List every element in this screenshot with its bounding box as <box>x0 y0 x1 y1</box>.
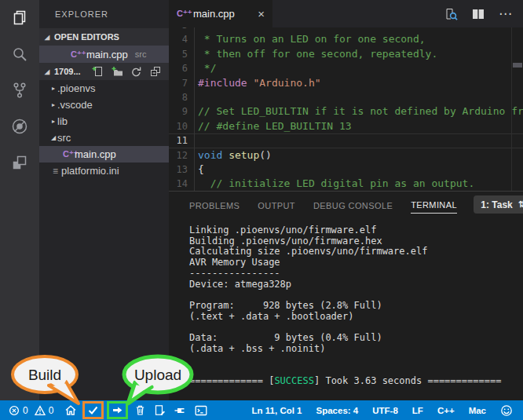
tree-item-label: platformio.ini <box>61 165 119 177</box>
scrollbar-thumb[interactable] <box>513 63 522 68</box>
explorer-sidebar: EXPLORER ◢ OPEN EDITORS C⁺⁺ main.cpp src… <box>39 0 169 400</box>
terminal-task-dropdown[interactable]: 1: Task ⇅ <box>474 195 523 214</box>
debug-disabled-icon[interactable] <box>0 108 39 144</box>
cpp-file-icon: C⁺⁺ <box>177 9 188 19</box>
code-line-14[interactable]: 14 // initialize LED digital pin as an o… <box>169 177 523 191</box>
language-mode[interactable]: C++ <box>437 406 455 415</box>
cursor-position[interactable]: Ln 11, Col 1 <box>252 406 302 415</box>
search-in-file-icon[interactable] <box>444 7 458 21</box>
gutter-separator <box>194 27 195 191</box>
terminal-line: ---------------- <box>189 268 523 279</box>
warning-icon[interactable] <box>35 400 46 420</box>
tree-item-label: .vscode <box>57 99 93 111</box>
updown-arrows-icon: ⇅ <box>518 199 523 210</box>
editor-actions: ⋯ <box>444 5 523 22</box>
error-icon[interactable] <box>9 400 20 420</box>
more-actions-icon[interactable]: ⋯ <box>499 5 513 22</box>
trash-icon[interactable] <box>134 400 146 420</box>
smiley-icon[interactable] <box>500 400 513 420</box>
chevron-expanded-icon: ◢ <box>49 134 57 141</box>
terminal-line: Program: 928 bytes (2.8% Full) <box>189 301 523 312</box>
code-line-12[interactable]: 12void setup() <box>169 148 523 163</box>
platform[interactable]: Mac <box>469 406 486 415</box>
panel-tabs: PROBLEMS OUTPUT DEBUG CONSOLE TERMINAL 1… <box>169 192 523 218</box>
eol[interactable]: LF <box>412 406 423 415</box>
terminal-line: (.data + .bss + .noinit) <box>189 344 523 355</box>
warning-count[interactable]: 0 <box>49 405 54 416</box>
terminal-line: AVR Memory Usage <box>189 257 523 268</box>
terminal-line <box>189 354 523 365</box>
terminal-line: Linking .pioenvs/uno/firmware.elf <box>189 225 523 236</box>
editor-scrollbar[interactable] <box>511 27 523 191</box>
search-icon[interactable] <box>0 36 39 72</box>
explorer-icon[interactable] <box>0 0 39 36</box>
success-badge: SUCCESS <box>274 375 314 386</box>
tab-terminal[interactable]: TERMINAL <box>411 196 457 214</box>
tab-main-cpp[interactable]: C⁺⁺ main.cpp × <box>169 0 272 27</box>
collapse-all-icon[interactable] <box>149 65 162 78</box>
sidebar-item-lib[interactable]: ▸lib <box>39 113 169 130</box>
split-editor-icon[interactable] <box>471 8 485 20</box>
refresh-icon[interactable] <box>130 66 142 78</box>
open-editors-header[interactable]: ◢ OPEN EDITORS <box>39 28 169 46</box>
error-count[interactable]: 0 <box>23 405 28 416</box>
folder-actions <box>91 65 169 78</box>
upload-arrow-icon[interactable] <box>107 401 128 419</box>
status-bar: 0 0 Ln 11, Col 1 Spaces: 4 UTF-8 LF C++ <box>0 400 523 420</box>
code-text: #include "Arduino.h" <box>198 76 321 90</box>
sidebar-item-pioenvs[interactable]: ▸.pioenvs <box>39 80 169 97</box>
code-text: */ <box>198 61 216 75</box>
build-check-icon[interactable] <box>82 401 104 419</box>
code-line-7[interactable]: 7#include "Arduino.h" <box>169 76 523 90</box>
terminal-line <box>189 322 523 333</box>
code-line-11[interactable]: 11 <box>169 133 523 148</box>
new-folder-icon[interactable] <box>111 65 123 78</box>
sidebar-item-vscode[interactable]: ▸.vscode <box>39 97 169 113</box>
tab-problems[interactable]: PROBLEMS <box>189 197 240 214</box>
terminal-output[interactable]: Linking .pioenvs/uno/firmware.elfBuildin… <box>169 218 523 387</box>
code-line-6[interactable]: 6 */ <box>169 61 523 75</box>
status-left: 0 0 <box>0 400 207 420</box>
terminal-line: (.text + .data + .bootloader) <box>189 312 523 323</box>
code-line-10[interactable]: 10// #define LED_BUILTIN 13 <box>169 119 523 133</box>
code-line-4[interactable]: 4 * Turns on an LED on for one second, <box>169 32 523 46</box>
open-editor-main-cpp[interactable]: C⁺⁺ main.cpp src <box>39 46 169 63</box>
status-right: Ln 11, Col 1 Spaces: 4 UTF-8 LF C++ Mac <box>252 400 523 420</box>
code-line-13[interactable]: 13{ <box>169 163 523 177</box>
sidebar-item-src[interactable]: ◢src <box>39 130 169 146</box>
extensions-icon[interactable] <box>0 144 39 181</box>
terminal-line: Building .pioenvs/uno/firmware.hex <box>189 236 523 247</box>
sidebar-item-main-cpp[interactable]: C⁺⁺main.cpp <box>39 146 169 163</box>
file-tree: ▸.pioenvs▸.vscode▸lib◢srcC⁺⁺main.cpp≡pla… <box>39 80 169 179</box>
sidebar-item-platformio-ini[interactable]: ≡platformio.ini <box>39 163 169 179</box>
terminal-line <box>189 290 523 301</box>
close-icon[interactable]: × <box>258 7 265 20</box>
home-icon[interactable] <box>64 400 77 420</box>
tab-debug-console[interactable]: DEBUG CONSOLE <box>313 197 393 214</box>
sidebar-title: EXPLORER <box>39 0 169 19</box>
indentation[interactable]: Spaces: 4 <box>316 406 359 415</box>
code-line-9[interactable]: 9// Set LED_BUILTIN if it is not defined… <box>169 104 523 119</box>
code-text: // initialize LED digital pin as an outp… <box>198 177 474 191</box>
terminal-line: Calculating size .pioenvs/uno/firmware.e… <box>189 247 523 257</box>
chevron-collapsed-icon: ▸ <box>49 118 57 125</box>
folder-section-header[interactable]: ◢ 1709... <box>39 63 169 80</box>
tasks-icon[interactable] <box>154 400 166 420</box>
new-file-icon[interactable] <box>91 65 104 78</box>
tab-output[interactable]: OUTPUT <box>258 197 295 214</box>
encoding[interactable]: UTF-8 <box>372 406 398 415</box>
source-control-icon[interactable] <box>0 72 39 108</box>
code-line-5[interactable]: 5 * then off for one second, repeatedly. <box>169 47 523 61</box>
code-editor[interactable]: 3 *4 * Turns on an LED on for one second… <box>169 27 523 191</box>
terminal-box-icon[interactable] <box>195 400 207 420</box>
terminal-line: Data: 9 bytes (0.4% Full) <box>189 333 523 344</box>
ini-file-icon: ≡ <box>49 166 61 177</box>
plug-icon[interactable] <box>174 400 187 420</box>
code-line-8[interactable]: 8 <box>169 90 523 104</box>
terminal-line: Device: atmega328p <box>189 279 523 290</box>
chevron-expanded-icon: ◢ <box>43 34 51 41</box>
editor-tab-bar: C⁺⁺ main.cpp × ⋯ <box>169 0 523 27</box>
code-text: * then off for one second, repeatedly. <box>198 47 437 61</box>
chevron-expanded-icon: ◢ <box>43 68 51 75</box>
cpp-file-icon: C⁺⁺ <box>63 149 75 159</box>
